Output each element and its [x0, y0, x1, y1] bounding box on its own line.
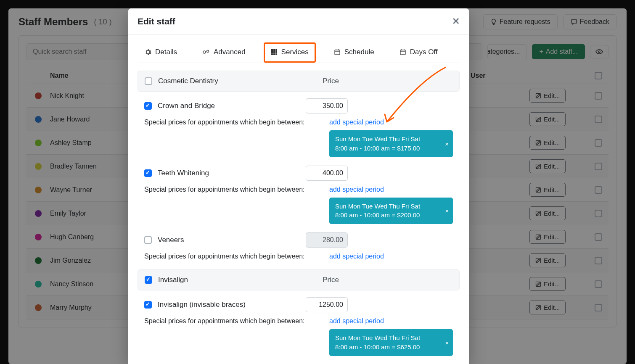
- tab-schedule-label: Schedule: [344, 48, 374, 56]
- close-icon[interactable]: ✕: [452, 16, 460, 27]
- period-time: 8:00 am - 10:00 am = $175.00: [335, 144, 438, 153]
- service-checkbox[interactable]: [144, 236, 152, 244]
- special-period-badge: Sun Mon Tue Wed Thu Fri Sat 8:00 am - 10…: [329, 198, 453, 224]
- svg-point-11: [203, 51, 206, 53]
- special-price-label: Special prices for appointments which be…: [144, 253, 305, 260]
- price-input[interactable]: [306, 297, 348, 312]
- special-price-label: Special prices for appointments which be…: [144, 186, 305, 193]
- service-row: Crown and Bridge Special prices for appo…: [138, 92, 460, 159]
- tab-daysoff[interactable]: Days Off: [392, 42, 445, 63]
- svg-rect-15: [275, 49, 277, 51]
- add-special-period-link[interactable]: add special period: [329, 317, 384, 325]
- category-header: Invisalign Price: [138, 269, 460, 290]
- modal-body: Details Advanced Services Schedule Days …: [128, 35, 469, 364]
- special-period-badge: Sun Mon Tue Wed Thu Fri Sat 8:00 am - 10…: [329, 329, 453, 356]
- service-row: Teeth Whitening Special prices for appoi…: [138, 159, 460, 226]
- remove-period-icon[interactable]: ×: [445, 140, 449, 147]
- svg-point-12: [206, 50, 209, 53]
- grid-icon: [271, 49, 278, 55]
- period-days: Sun Mon Tue Wed Thu Fri Sat: [335, 333, 438, 343]
- price-header: Price: [323, 77, 339, 85]
- tab-advanced-label: Advanced: [214, 48, 246, 56]
- svg-rect-14: [273, 49, 275, 51]
- svg-rect-22: [335, 50, 340, 55]
- category-checkbox[interactable]: [145, 77, 152, 85]
- remove-period-icon[interactable]: ×: [445, 339, 449, 346]
- tab-advanced[interactable]: Advanced: [195, 42, 253, 63]
- tab-services[interactable]: Services: [264, 42, 316, 63]
- price-input[interactable]: [306, 98, 348, 113]
- add-special-period-link[interactable]: add special period: [329, 186, 384, 193]
- add-special-period-link[interactable]: add special period: [329, 119, 384, 126]
- modal-tabs: Details Advanced Services Schedule Days …: [138, 42, 460, 63]
- service-name: Crown and Bridge: [158, 102, 215, 110]
- svg-rect-16: [271, 51, 273, 53]
- special-period-badge: Sun Mon Tue Wed Thu Fri Sat 8:00 am - 10…: [329, 130, 453, 157]
- edit-staff-modal: Edit staff ✕ Details Advanced Services S…: [128, 8, 469, 364]
- period-days: Sun Mon Tue Wed Thu Fri Sat: [335, 135, 438, 144]
- calendar-icon: [334, 49, 341, 55]
- price-header: Price: [323, 276, 339, 284]
- gears-icon: [202, 49, 210, 55]
- period-time: 8:00 am - 10:00 am = $200.00: [335, 211, 438, 220]
- category-header: Cosmetic Dentistry Price: [138, 71, 460, 92]
- service-name: Teeth Whitening: [158, 169, 209, 177]
- service-row: Veneers Special prices for appointments …: [138, 226, 460, 262]
- category-name: Cosmetic Dentistry: [158, 77, 218, 85]
- tab-daysoff-label: Days Off: [410, 48, 438, 56]
- tab-details-label: Details: [155, 48, 177, 56]
- add-special-period-link[interactable]: add special period: [329, 253, 384, 260]
- price-input[interactable]: [306, 232, 348, 248]
- gear-icon: [145, 49, 151, 55]
- svg-rect-17: [273, 51, 275, 53]
- category-name: Invisalign: [158, 276, 188, 284]
- price-input[interactable]: [306, 166, 348, 181]
- special-price-label: Special prices for appointments which be…: [144, 119, 305, 126]
- special-price-label: Special prices for appointments which be…: [144, 317, 305, 325]
- calendar-icon: [400, 49, 406, 55]
- remove-period-icon[interactable]: ×: [445, 207, 449, 214]
- service-checkbox[interactable]: [144, 301, 152, 309]
- service-checkbox[interactable]: [144, 169, 152, 177]
- svg-rect-20: [273, 53, 275, 55]
- service-checkbox[interactable]: [144, 102, 152, 110]
- category-checkbox[interactable]: [145, 276, 152, 284]
- period-days: Sun Mon Tue Wed Thu Fri Sat: [335, 202, 438, 211]
- period-time: 8:00 am - 10:00 am = $625.00: [335, 343, 438, 352]
- svg-rect-13: [271, 49, 273, 51]
- tab-services-label: Services: [281, 48, 309, 56]
- svg-rect-23: [400, 50, 405, 55]
- tab-schedule[interactable]: Schedule: [327, 42, 381, 63]
- svg-rect-21: [275, 53, 277, 55]
- service-row: Invisalign (invisable braces) Special pr…: [138, 290, 460, 358]
- modal-title: Edit staff: [138, 16, 175, 26]
- tab-details[interactable]: Details: [138, 42, 184, 63]
- service-name: Veneers: [158, 236, 184, 244]
- modal-header: Edit staff ✕: [128, 8, 469, 35]
- svg-rect-18: [275, 51, 277, 53]
- service-name: Invisalign (invisable braces): [158, 301, 246, 309]
- svg-rect-19: [271, 53, 273, 55]
